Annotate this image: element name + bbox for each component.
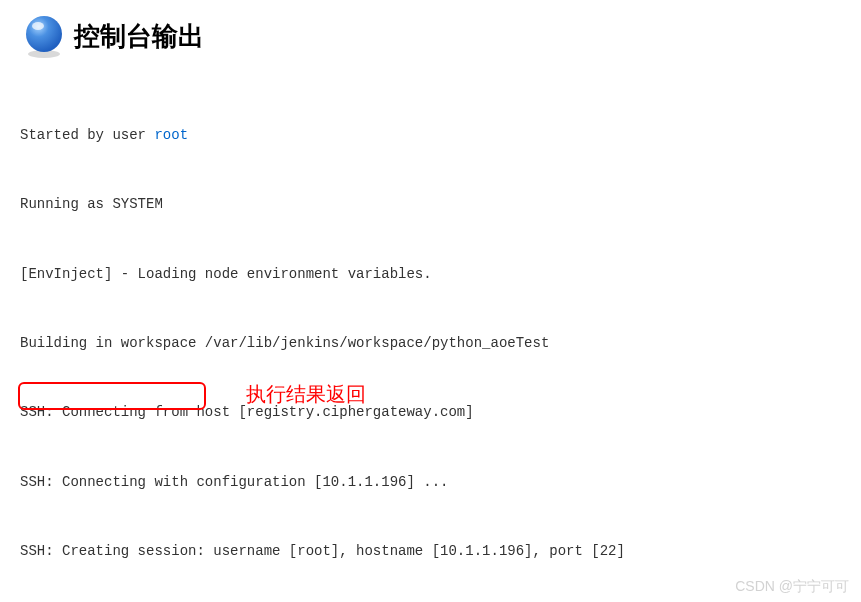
console-output: Started by user root Running as SYSTEM [… — [20, 78, 841, 602]
page-header: 控制台输出 — [20, 12, 841, 60]
svg-point-2 — [32, 22, 44, 30]
log-text: Started by user — [20, 127, 154, 143]
annotation-text: 执行结果返回 — [246, 378, 366, 411]
log-line: [EnvInject] - Loading node environment v… — [20, 263, 841, 286]
user-link[interactable]: root — [154, 127, 188, 143]
log-line: SSH: Creating session: username [root], … — [20, 540, 841, 563]
watermark: CSDN @宁宁可可 — [735, 578, 849, 596]
page-title: 控制台输出 — [74, 19, 204, 54]
log-line: Building in workspace /var/lib/jenkins/w… — [20, 332, 841, 355]
log-line: Running as SYSTEM — [20, 193, 841, 216]
log-line: SSH: Connecting with configuration [10.1… — [20, 471, 841, 494]
log-line: SSH: Connecting from host [registry.ciph… — [20, 401, 841, 424]
svg-point-1 — [26, 16, 62, 52]
console-ball-icon — [20, 12, 68, 60]
log-line: Started by user root — [20, 124, 841, 147]
